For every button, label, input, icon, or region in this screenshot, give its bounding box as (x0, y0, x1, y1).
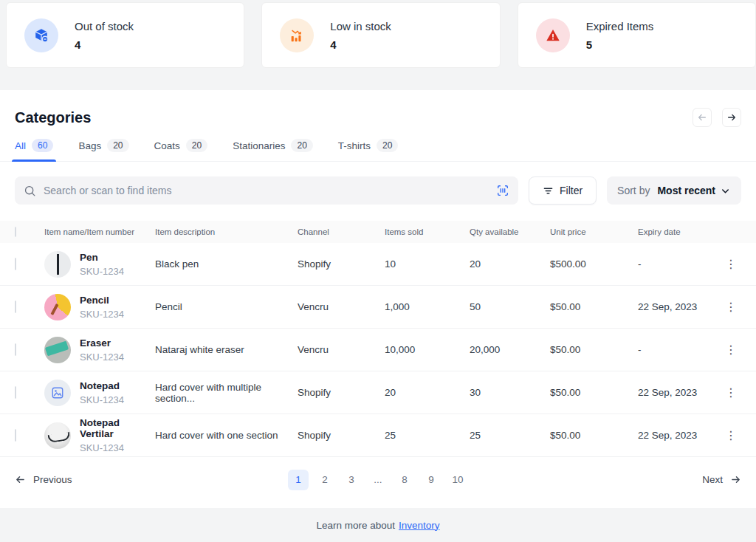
unit-price: $50.00 (550, 301, 638, 312)
warning-triangle-icon (536, 18, 570, 52)
item-sku: SKU-1234 (80, 442, 155, 453)
qty-available: 50 (470, 301, 550, 312)
item-channel: Shopify (298, 430, 385, 441)
row-kebab-menu-icon[interactable]: ⋮ (721, 255, 741, 273)
item-name: Pencil (80, 295, 124, 306)
stat-card-out-of-stock: Out of stock 4 (6, 2, 244, 68)
table-header: Item name/Item number Item description C… (0, 221, 756, 243)
category-tabs: All 60 Bags 20 Coats 20 Stationaries 20 … (0, 139, 756, 162)
item-name: Pen (80, 252, 124, 263)
column-header-expiry-date: Expiry date (638, 227, 716, 236)
expiry-date: 22 Sep, 2023 (638, 301, 716, 312)
table-row: Notepad Vertilar SKU-1234 Hard cover wit… (0, 414, 756, 457)
column-header-item-name: Item name/Item number (44, 227, 155, 236)
category-tab[interactable]: Bags 20 (78, 139, 128, 161)
expiry-date: - (638, 344, 716, 355)
footer: Learn more about Inventory (0, 508, 756, 542)
qty-available: 20 (470, 258, 550, 270)
arrow-left-icon[interactable] (693, 108, 712, 127)
image-placeholder-icon (51, 386, 64, 399)
item-thumbnail (44, 337, 71, 363)
search-input[interactable] (44, 185, 489, 196)
stat-value: 4 (330, 38, 391, 51)
category-tab[interactable]: All 60 (15, 139, 53, 161)
table-row: Pen SKU-1234 Black pen Shopify 10 20 $50… (0, 243, 756, 286)
declining-chart-icon (280, 18, 314, 52)
tab-label: All (15, 140, 26, 151)
previous-button[interactable]: Previous (15, 474, 72, 485)
column-header-qty-available: Qty available (470, 227, 550, 236)
column-header-channel: Channel (298, 227, 385, 236)
next-button[interactable]: Next (702, 474, 741, 485)
select-all-checkbox[interactable] (15, 227, 16, 237)
item-thumbnail (44, 380, 71, 406)
expiry-date: 22 Sep, 2023 (638, 430, 716, 441)
inventory-link[interactable]: Inventory (399, 520, 440, 531)
stats-row: Out of stock 4 Low in stock 4 (0, 0, 756, 68)
item-channel: Shopify (298, 387, 385, 398)
page-number[interactable]: 2 (315, 470, 335, 490)
box-icon (24, 18, 58, 52)
row-kebab-menu-icon[interactable]: ⋮ (721, 298, 741, 316)
row-checkbox[interactable] (15, 386, 16, 399)
expiry-date: 22 Sep, 2023 (638, 387, 716, 398)
row-kebab-menu-icon[interactable]: ⋮ (721, 384, 741, 402)
tab-label: Bags (78, 140, 101, 151)
unit-price: $50.00 (550, 387, 638, 398)
column-header-description: Item description (155, 227, 298, 236)
category-tab[interactable]: Coats 20 (154, 139, 208, 161)
page-number[interactable]: ... (368, 470, 388, 490)
arrow-right-icon (730, 474, 741, 485)
page-number[interactable]: 3 (341, 470, 362, 490)
stat-label: Out of stock (75, 20, 134, 32)
table-row: Eraser SKU-1234 Nataraj white eraser Ven… (0, 329, 756, 371)
table-row: Pencil SKU-1234 Pencil Vencru 1,000 50 $… (0, 286, 756, 329)
row-checkbox[interactable] (15, 429, 16, 442)
category-tab[interactable]: Stationaries 20 (233, 139, 313, 161)
column-header-items-sold: Items sold (385, 227, 470, 236)
stat-label: Expired Items (586, 20, 654, 32)
item-name: Notepad (80, 380, 124, 391)
chevron-down-icon (720, 185, 731, 196)
row-checkbox[interactable] (15, 258, 16, 270)
page-number[interactable]: 8 (394, 470, 415, 490)
item-channel: Vencru (298, 301, 385, 312)
item-name: Eraser (80, 337, 124, 349)
tab-label: Stationaries (233, 140, 285, 151)
page-title: Categories (15, 109, 91, 126)
page-number[interactable]: 1 (288, 470, 309, 490)
page-number[interactable]: 9 (421, 470, 441, 490)
items-sold: 20 (385, 387, 470, 398)
tab-count-badge: 20 (377, 139, 398, 152)
sort-by-label: Sort by (617, 185, 650, 196)
search-icon (24, 185, 36, 197)
filter-button[interactable]: Filter (529, 176, 597, 205)
qty-available: 25 (470, 430, 550, 441)
tab-count-badge: 20 (186, 139, 207, 152)
tab-count-badge: 20 (291, 139, 312, 152)
row-kebab-menu-icon[interactable]: ⋮ (721, 341, 741, 359)
search-box (15, 176, 518, 205)
stat-card-low-in-stock: Low in stock 4 (261, 2, 500, 68)
items-sold: 1,000 (385, 301, 470, 312)
row-checkbox[interactable] (15, 301, 16, 313)
filter-label: Filter (560, 185, 583, 196)
column-header-unit-price: Unit price (550, 227, 638, 236)
barcode-scan-icon[interactable] (496, 184, 509, 197)
row-kebab-menu-icon[interactable]: ⋮ (721, 427, 741, 445)
qty-available: 20,000 (470, 344, 550, 355)
item-thumbnail (44, 251, 71, 278)
row-checkbox[interactable] (15, 343, 16, 356)
arrow-right-icon[interactable] (722, 108, 741, 127)
tab-count-badge: 20 (107, 139, 128, 152)
item-sku: SKU-1234 (80, 266, 124, 277)
item-description: Nataraj white eraser (155, 344, 298, 355)
item-thumbnail (44, 294, 71, 320)
category-tab[interactable]: T-shirts 20 (338, 139, 399, 161)
stat-value: 5 (586, 38, 654, 51)
items-sold: 10 (385, 258, 470, 270)
page-number[interactable]: 10 (447, 470, 468, 490)
toolbar: Filter Sort by Most recent (0, 162, 756, 205)
item-name: Notepad Vertilar (80, 417, 155, 439)
sort-dropdown[interactable]: Sort by Most recent (607, 176, 741, 205)
